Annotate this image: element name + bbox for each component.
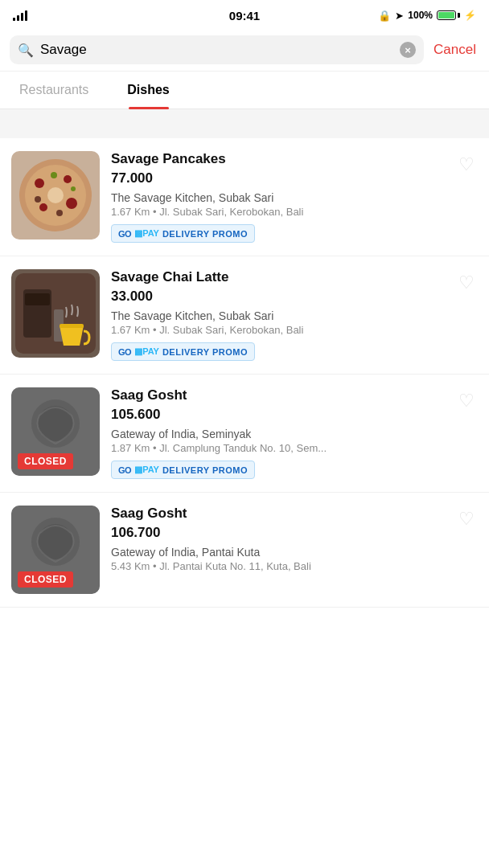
promo-text: DELIVERY PROMO [162, 347, 248, 357]
dish-name: Savage Pancakes [111, 151, 444, 167]
dish-image-chai [11, 269, 100, 358]
closed-badge: CLOSED [18, 571, 73, 588]
svg-point-9 [51, 172, 57, 178]
tabs: Restaurants Dishes [0, 72, 489, 109]
dish-price: 33.000 [111, 289, 444, 305]
dish-info: Saag Gosht 105.600 Gateway of India, Sem… [111, 387, 444, 479]
dish-restaurant: Gateway of India, Pantai Kuta [111, 546, 444, 559]
promo-badge: GO▩PAY DELIVERY PROMO [111, 461, 255, 479]
dish-price: 105.600 [111, 407, 444, 423]
closed-badge: CLOSED [18, 453, 73, 469]
dish-info: Savage Chai Latte 33.000 The Savage Kitc… [111, 269, 444, 361]
location-icon: 🔒 [378, 10, 391, 22]
gopay-go: GO [118, 229, 131, 239]
dish-distance: 1.67 Km • Jl. Subak Sari, Kerobokan, Bal… [111, 324, 444, 336]
dish-restaurant: The Savage Kitchen, Subak Sari [111, 309, 444, 322]
dish-name: Savage Chai Latte [111, 269, 444, 285]
signal-bar-1 [13, 18, 15, 21]
favorite-button[interactable]: ♡ [455, 506, 478, 533]
dish-distance: 1.67 Km • Jl. Subak Sari, Kerobokan, Bal… [111, 206, 444, 218]
gopay-go: GO [118, 465, 131, 475]
svg-point-8 [35, 196, 41, 203]
dish-item[interactable]: CLOSED Saag Gosht 105.600 Gateway of Ind… [0, 375, 489, 493]
dish-restaurant: Gateway of India, Seminyak [111, 428, 444, 440]
dish-image-wrap: CLOSED [11, 387, 100, 476]
clear-button[interactable]: × [400, 42, 416, 58]
search-input-wrap[interactable]: 🔍 × [10, 35, 424, 64]
gps-icon: ➤ [395, 10, 404, 22]
favorite-button[interactable]: ♡ [455, 269, 478, 297]
dish-image-gosht1: CLOSED [11, 387, 100, 476]
promo-text: DELIVERY PROMO [162, 465, 248, 475]
signal-bar-2 [17, 15, 19, 21]
clear-icon: × [405, 45, 411, 55]
svg-rect-15 [60, 324, 84, 328]
dish-item[interactable]: Savage Pancakes 77.000 The Savage Kitche… [0, 138, 489, 256]
dish-item[interactable]: CLOSED Saag Gosht 106.700 Gateway of Ind… [0, 493, 489, 608]
signal-bars [13, 10, 27, 21]
signal-bar-4 [25, 10, 27, 21]
dish-info: Saag Gosht 106.700 Gateway of India, Pan… [111, 506, 444, 579]
svg-point-4 [64, 175, 72, 183]
dish-name: Saag Gosht [111, 506, 444, 522]
promo-text: DELIVERY PROMO [162, 229, 248, 239]
cancel-button[interactable]: Cancel [430, 42, 479, 58]
battery [437, 10, 460, 20]
search-icon: 🔍 [18, 43, 34, 58]
dish-image-wrap [11, 151, 100, 240]
promo-badge: GO▩PAY DELIVERY PROMO [111, 342, 255, 361]
svg-point-7 [56, 210, 63, 216]
dish-restaurant: The Savage Kitchen, Subak Sari [111, 191, 444, 204]
favorite-button[interactable]: ♡ [455, 151, 478, 178]
charging-icon: ⚡ [464, 10, 476, 21]
dish-item[interactable]: Savage Chai Latte 33.000 The Savage Kitc… [0, 256, 489, 375]
battery-label: 100% [408, 10, 433, 21]
gopay-pay: ▩PAY [134, 228, 159, 239]
svg-point-5 [66, 198, 77, 209]
heart-icon: ♡ [458, 154, 475, 174]
dish-image-wrap: CLOSED [11, 506, 100, 594]
promo-badge: GO▩PAY DELIVERY PROMO [111, 224, 255, 243]
gray-divider [0, 109, 489, 138]
dish-distance: 1.87 Km • Jl. Camplung Tanduk No. 10, Se… [111, 442, 444, 454]
dish-info: Savage Pancakes 77.000 The Savage Kitche… [111, 151, 444, 243]
heart-icon: ♡ [458, 391, 475, 411]
dish-list: Savage Pancakes 77.000 The Savage Kitche… [0, 138, 489, 608]
dish-image-gosht2: CLOSED [11, 506, 100, 594]
search-bar: 🔍 × Cancel [0, 29, 489, 72]
svg-point-6 [39, 203, 47, 211]
dish-name: Saag Gosht [111, 387, 444, 403]
gopay-pay: ▩PAY [134, 346, 159, 357]
svg-point-10 [71, 186, 76, 191]
dish-image-pancakes [11, 151, 100, 240]
dish-price: 106.700 [111, 525, 444, 541]
dish-distance: 5.43 Km • Jl. Pantai Kuta No. 11, Kuta, … [111, 560, 444, 572]
svg-point-3 [35, 178, 44, 188]
status-right: 🔒 ➤ 100% ⚡ [378, 10, 476, 22]
dish-price: 77.000 [111, 170, 444, 186]
heart-icon: ♡ [458, 272, 475, 293]
favorite-button[interactable]: ♡ [455, 387, 478, 415]
svg-point-2 [47, 187, 64, 203]
status-left [13, 10, 27, 21]
svg-rect-13 [25, 293, 50, 305]
signal-bar-3 [21, 13, 23, 21]
tab-restaurants[interactable]: Restaurants [0, 72, 108, 108]
status-bar: 09:41 🔒 ➤ 100% ⚡ [0, 0, 489, 29]
search-input[interactable] [40, 42, 393, 58]
tab-dishes[interactable]: Dishes [108, 72, 188, 108]
gopay-pay: ▩PAY [134, 465, 159, 475]
gopay-go: GO [118, 347, 131, 357]
heart-icon: ♡ [458, 509, 475, 529]
dish-image-wrap [11, 269, 100, 358]
status-time: 09:41 [229, 9, 260, 23]
